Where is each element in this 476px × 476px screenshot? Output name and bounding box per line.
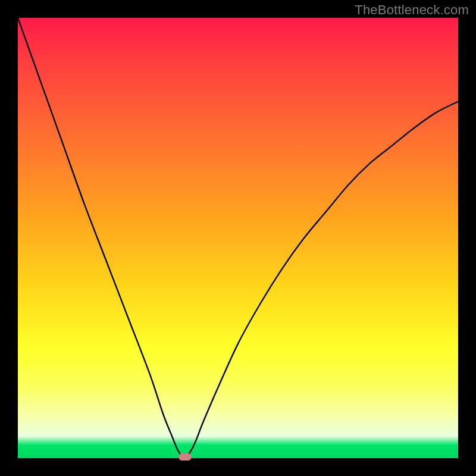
minimum-marker — [178, 453, 192, 461]
curve-path — [18, 18, 458, 458]
bottleneck-curve — [18, 18, 458, 458]
chart-frame — [18, 18, 458, 458]
watermark-text: TheBottleneck.com — [355, 2, 469, 18]
plot-area — [18, 18, 458, 458]
